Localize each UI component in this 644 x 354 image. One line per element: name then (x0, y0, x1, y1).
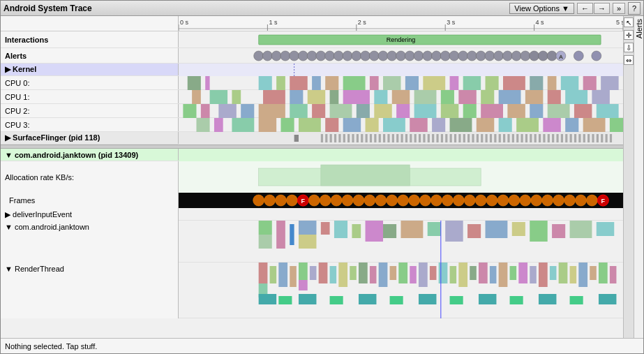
sf-svg (179, 132, 623, 145)
svg-rect-106 (441, 104, 458, 118)
expand-button[interactable]: » (613, 3, 625, 14)
svg-rect-130 (543, 118, 560, 132)
interactions-track[interactable]: Rendering (179, 31, 623, 48)
cpu3-track[interactable] (179, 118, 623, 132)
svg-rect-163 (441, 134, 443, 142)
view-options-button[interactable]: View Options ▼ (509, 3, 574, 14)
titlebar: Android System Trace View Options ▼ ← → … (1, 1, 643, 16)
svg-rect-187 (548, 134, 550, 142)
svg-rect-162 (436, 134, 438, 142)
resize-button[interactable]: ⇔ (624, 55, 634, 65)
svg-rect-144 (357, 134, 359, 142)
svg-rect-270 (319, 263, 328, 283)
svg-rect-299 (610, 266, 617, 283)
kernel-label[interactable]: ▶ Kernel (1, 64, 179, 75)
svg-point-208 (276, 195, 287, 206)
svg-rect-272 (338, 263, 347, 287)
janktown-label[interactable]: ▼ com.android.janktown (pid 13409) (1, 149, 179, 161)
svg-rect-71 (548, 76, 557, 90)
svg-rect-189 (556, 134, 558, 142)
help-button[interactable]: ? (628, 2, 641, 15)
cpu2-label: CPU 2: (1, 104, 179, 117)
allocation-track[interactable] (179, 161, 623, 193)
svg-point-232 (531, 195, 542, 206)
svg-rect-142 (347, 134, 350, 142)
janktown-thread-label[interactable]: ▼ com.android.janktown (1, 221, 179, 263)
cpu2-track[interactable] (179, 104, 623, 118)
svg-rect-64 (405, 76, 419, 90)
svg-rect-92 (565, 90, 587, 104)
svg-point-47 (538, 51, 548, 61)
svg-rect-266 (290, 266, 297, 287)
svg-rect-168 (463, 134, 465, 142)
svg-rect-150 (383, 134, 385, 142)
cpu0-track[interactable] (179, 76, 623, 90)
janktown-thread-svg (179, 221, 623, 263)
svg-rect-126 (450, 118, 472, 132)
svg-rect-158 (419, 134, 421, 142)
alerts-row: Alerts (1, 48, 623, 64)
surfaceflinger-header[interactable]: ▶ SurfaceFlinger (pid 118) (1, 132, 623, 145)
svg-rect-67 (463, 76, 481, 90)
svg-rect-97 (241, 104, 254, 118)
svg-point-30 (387, 51, 397, 61)
svg-rect-295 (570, 266, 577, 283)
svg-rect-197 (592, 134, 594, 142)
svg-rect-88 (481, 90, 494, 104)
deliver-input-label[interactable]: ▶ deliverInputEvent (1, 208, 179, 221)
svg-rect-301 (278, 296, 292, 304)
svg-rect-271 (330, 266, 337, 283)
alerts-track[interactable]: A (179, 48, 623, 64)
svg-point-38 (458, 51, 468, 61)
janktown-thread-track[interactable] (179, 221, 623, 263)
svg-rect-115 (214, 118, 223, 132)
svg-rect-152 (392, 134, 394, 142)
svg-rect-82 (343, 90, 370, 104)
deliver-input-row: ▶ deliverInputEvent (1, 208, 623, 221)
svg-rect-79 (290, 90, 303, 104)
scroll-down-button[interactable]: ⇩ (624, 43, 634, 52)
svg-rect-285 (470, 266, 477, 280)
svg-rect-260 (597, 222, 614, 236)
svg-point-35 (431, 51, 441, 61)
render-thread-track[interactable] (179, 263, 623, 318)
svg-point-237 (586, 195, 597, 206)
janktown-header-track[interactable] (179, 149, 623, 161)
svg-rect-121 (343, 118, 361, 132)
cursor-tool-button[interactable]: ↖ (624, 17, 634, 27)
svg-rect-259 (570, 221, 592, 238)
svg-rect-290 (518, 263, 527, 283)
svg-rect-281 (430, 266, 437, 280)
kernel-track[interactable] (179, 64, 623, 76)
svg-point-217 (364, 195, 375, 206)
svg-point-220 (398, 195, 409, 206)
svg-rect-283 (450, 266, 457, 283)
nav-back-button[interactable]: ← (577, 3, 593, 14)
svg-rect-13 (259, 35, 601, 45)
svg-rect-122 (366, 118, 379, 132)
render-thread-label[interactable]: ▼ RenderThread (1, 263, 179, 318)
frames-track[interactable]: F (179, 193, 623, 208)
move-tool-button[interactable]: ✛ (624, 30, 634, 40)
svg-rect-93 (592, 90, 609, 104)
svg-text:3 s: 3 s (447, 19, 456, 26)
kernel-section-header[interactable]: ▶ Kernel (1, 64, 623, 76)
svg-point-216 (353, 195, 364, 206)
svg-rect-141 (343, 134, 345, 142)
svg-rect-310 (539, 294, 556, 304)
svg-rect-242 (276, 221, 285, 249)
trace-rows[interactable]: Interactions Rendering Alerts (1, 31, 623, 338)
surfaceflinger-label[interactable]: ▶ SurfaceFlinger (pid 118) (1, 132, 179, 144)
svg-rect-176 (499, 134, 501, 142)
svg-point-230 (509, 195, 520, 206)
svg-point-43 (502, 51, 512, 61)
janktown-header[interactable]: ▼ com.android.janktown (pid 13409) (1, 149, 623, 161)
deliver-input-track[interactable] (179, 208, 623, 221)
surfaceflinger-track[interactable] (179, 132, 623, 145)
svg-point-231 (520, 195, 531, 206)
svg-rect-76 (210, 90, 227, 104)
cpu1-track[interactable] (179, 90, 623, 104)
svg-rect-204 (321, 165, 410, 186)
nav-forward-button[interactable]: → (594, 3, 610, 14)
svg-rect-94 (183, 104, 196, 118)
